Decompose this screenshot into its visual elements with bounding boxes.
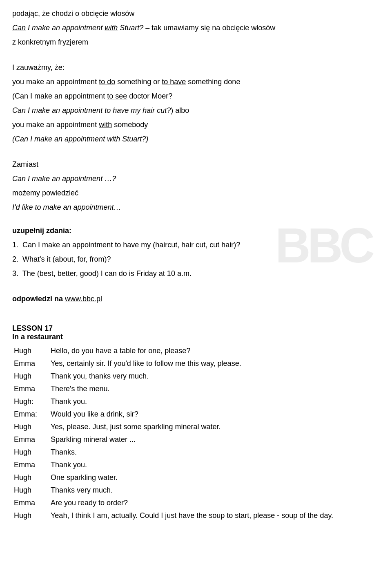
lesson-number: LESSON 17 bbox=[12, 324, 53, 332]
intro-line1: podając, że chodzi o obcięcie włosów bbox=[12, 8, 380, 19]
dialogue-line: Yes, please. Just, just some sparkling m… bbox=[49, 421, 380, 433]
exercise-item-1: 1. Can I make an appointment to have my … bbox=[12, 240, 380, 251]
dialogue-row: HughHello, do you have a table for one, … bbox=[12, 345, 380, 357]
dialogue-speaker: Hugh bbox=[12, 345, 49, 357]
with-somebody-line: you make an appointment with somebody bbox=[12, 119, 380, 130]
dialogue-line: Would you like a drink, sir? bbox=[49, 408, 380, 421]
dialogue-line: Yeah, I think I am, actually. Could I ju… bbox=[49, 509, 380, 522]
notice-tosee-line: (Can I make an appointment to see doctor… bbox=[12, 91, 380, 102]
intro-section: podając, że chodzi o obcięcie włosów Can… bbox=[12, 8, 380, 213]
appointment-stuart-suffix: – tak umawiamy się na obcięcie włosów bbox=[145, 24, 275, 32]
dialogue-row: EmmaThere's the menu. bbox=[12, 383, 380, 395]
dialogue-row: Emma:Would you like a drink, sir? bbox=[12, 408, 380, 421]
dialogue-table: HughHello, do you have a table for one, … bbox=[12, 345, 380, 522]
dialogue-line: Thanks very much. bbox=[49, 484, 380, 497]
exercises-header: uzupełnij zdania: bbox=[12, 225, 380, 236]
fryzjer-line: z konkretnym fryzjerem bbox=[12, 37, 380, 48]
answer-link[interactable]: www.bbc.pl bbox=[65, 295, 102, 303]
dialogue-line: Hello, do you have a table for one, plea… bbox=[49, 345, 380, 357]
dialogue-row: EmmaAre you ready to order? bbox=[12, 497, 380, 509]
dialogue-row: Hugh:Thank you. bbox=[12, 395, 380, 408]
dialogue-speaker: Emma: bbox=[12, 408, 49, 421]
dialogue-line: Yes, certainly sir. If you'd like to fol… bbox=[49, 357, 380, 370]
dialogue-speaker: Emma bbox=[12, 497, 49, 509]
dialogue-row: HughYeah, I think I am, actually. Could … bbox=[12, 509, 380, 522]
dialogue-row: HughYes, please. Just, just some sparkli… bbox=[12, 421, 380, 433]
answer-line: odpowiedzi na www.bbc.pl bbox=[12, 282, 380, 305]
dialogue-speaker: Emma bbox=[12, 383, 49, 395]
hair-cut-line: Can I make an appointment to have my hai… bbox=[12, 105, 380, 116]
mozemy-italic: I'd like to make an appointment… bbox=[12, 203, 121, 211]
appointment-stuart-italic: Can I make an appointment with Stuart? bbox=[12, 24, 143, 32]
zamiast-italic-line: Can I make an appointment …? bbox=[12, 173, 380, 184]
dialogue-row: EmmaSparkling mineral water ... bbox=[12, 433, 380, 446]
exercise-item-3: 3. The (best, better, good) I can do is … bbox=[12, 268, 380, 279]
appointment-stuart-line: Can I make an appointment with Stuart? –… bbox=[12, 22, 380, 34]
dialogue-row: HughThanks. bbox=[12, 446, 380, 459]
dialogue-speaker: Emma bbox=[12, 459, 49, 471]
notice-label: I zauważmy, że: bbox=[12, 51, 380, 73]
dialogue-speaker: Emma bbox=[12, 433, 49, 446]
hair-cut-italic: Can I make an appointment to have my hai… bbox=[12, 106, 171, 114]
notice-todo-line: you make an appointment to do something … bbox=[12, 76, 380, 87]
exercises-block: uzupełnij zdania: 1. Can I make an appoi… bbox=[12, 221, 380, 312]
dialogue-row: HughThank you, thanks very much. bbox=[12, 370, 380, 383]
dialogue-speaker: Emma bbox=[12, 357, 49, 370]
dialogue-speaker: Hugh: bbox=[12, 395, 49, 408]
dialogue-row: HughOne sparkling water. bbox=[12, 471, 380, 484]
dialogue-speaker: Hugh bbox=[12, 484, 49, 497]
exercise-item-2: 2. What's it (about, for, from)? bbox=[12, 254, 380, 265]
with-stuart-line: (Can I make an appointment with Stuart?) bbox=[12, 134, 380, 145]
lesson-subtitle: In a restaurant bbox=[12, 333, 63, 341]
mozemy-label: możemy powiedzieć bbox=[12, 188, 380, 199]
with-stuart-italic: (Can I make an appointment with Stuart?) bbox=[12, 135, 148, 143]
dialogue-line: There's the menu. bbox=[49, 383, 380, 395]
dialogue-speaker: Hugh bbox=[12, 421, 49, 433]
dialogue-line: One sparkling water. bbox=[49, 471, 380, 484]
dialogue-speaker: Hugh bbox=[12, 471, 49, 484]
lesson-title: LESSON 17 In a restaurant bbox=[12, 324, 380, 341]
dialogue-line: Thank you. bbox=[49, 395, 380, 408]
lesson17-section: LESSON 17 In a restaurant HughHello, do … bbox=[12, 324, 380, 522]
zamiast-line: Zamiast bbox=[12, 148, 380, 170]
dialogue-speaker: Hugh bbox=[12, 446, 49, 459]
dialogue-line: Are you ready to order? bbox=[49, 497, 380, 509]
zamiast-italic: Can I make an appointment …? bbox=[12, 175, 116, 183]
dialogue-line: Thanks. bbox=[49, 446, 380, 459]
dialogue-row: HughThanks very much. bbox=[12, 484, 380, 497]
dialogue-row: EmmaThank you. bbox=[12, 459, 380, 471]
answer-label: odpowiedzi na bbox=[12, 295, 65, 303]
dialogue-speaker: Hugh bbox=[12, 370, 49, 383]
exercises-container: BBC uzupełnij zdania: 1. Can I make an a… bbox=[12, 221, 380, 312]
mozemy-italic-line: I'd like to make an appointment… bbox=[12, 202, 380, 213]
dialogue-speaker: Hugh bbox=[12, 509, 49, 522]
dialogue-line: Thank you. bbox=[49, 459, 380, 471]
dialogue-line: Sparkling mineral water ... bbox=[49, 433, 380, 446]
dialogue-row: EmmaYes, certainly sir. If you'd like to… bbox=[12, 357, 380, 370]
dialogue-line: Thank you, thanks very much. bbox=[49, 370, 380, 383]
